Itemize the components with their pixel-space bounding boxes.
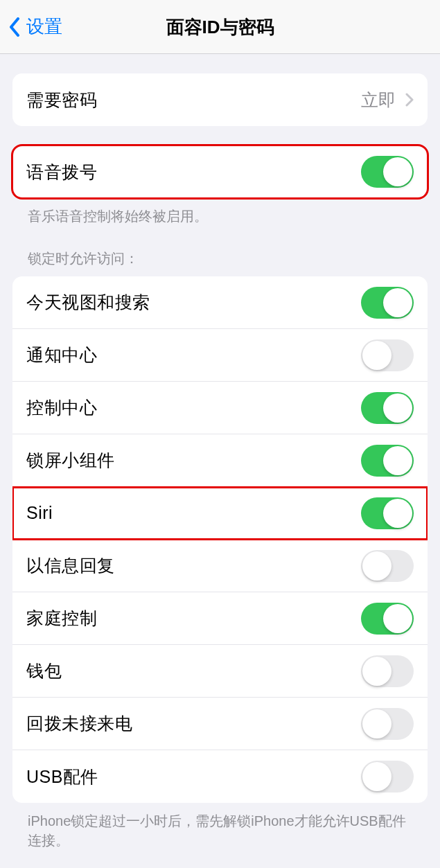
passcode-group: 需要密码 立即 bbox=[12, 73, 428, 126]
lock-access-toggle[interactable] bbox=[361, 761, 414, 792]
lock-access-row: USB配件 bbox=[12, 750, 428, 803]
lock-access-label: 锁屏小组件 bbox=[26, 449, 115, 472]
lock-access-label: 通知中心 bbox=[26, 344, 97, 366]
lock-access-row: 控制中心 bbox=[12, 382, 428, 434]
chevron-right-icon bbox=[405, 93, 414, 107]
page-title: 面容ID与密码 bbox=[166, 15, 274, 39]
lock-access-toggle[interactable] bbox=[361, 392, 414, 424]
lock-access-header: 锁定时允许访问： bbox=[12, 226, 428, 272]
lock-access-label: 以信息回复 bbox=[26, 554, 115, 577]
lock-access-row: Siri bbox=[12, 487, 428, 540]
lock-access-toggle[interactable] bbox=[361, 287, 414, 319]
back-label: 设置 bbox=[26, 15, 62, 39]
lock-access-footer: iPhone锁定超过一小时后，需先解锁iPhone才能允许USB配件连接。 bbox=[12, 803, 428, 850]
require-passcode-label: 需要密码 bbox=[26, 89, 97, 112]
voice-dial-toggle[interactable] bbox=[361, 156, 414, 188]
chevron-left-icon bbox=[8, 17, 21, 37]
lock-access-toggle[interactable] bbox=[361, 497, 414, 529]
lock-access-label: 今天视图和搜索 bbox=[26, 291, 150, 314]
lock-access-row: 家庭控制 bbox=[12, 592, 428, 645]
back-button[interactable]: 设置 bbox=[8, 15, 62, 39]
lock-access-toggle[interactable] bbox=[361, 655, 414, 687]
lock-access-label: 回拨未接来电 bbox=[26, 712, 132, 735]
lock-access-toggle[interactable] bbox=[361, 550, 414, 582]
lock-access-label: 控制中心 bbox=[26, 396, 97, 419]
voice-dial-group: 语音拨号 bbox=[12, 145, 428, 198]
require-passcode-row[interactable]: 需要密码 立即 bbox=[12, 73, 428, 126]
lock-access-toggle[interactable] bbox=[361, 708, 414, 740]
lock-access-toggle[interactable] bbox=[361, 339, 414, 371]
nav-header: 设置 面容ID与密码 bbox=[0, 0, 440, 54]
voice-dial-label: 语音拨号 bbox=[26, 161, 97, 184]
lock-access-row: 今天视图和搜索 bbox=[12, 276, 428, 329]
lock-access-label: USB配件 bbox=[26, 765, 98, 788]
lock-access-toggle[interactable] bbox=[361, 445, 414, 477]
voice-dial-footer: 音乐语音控制将始终被启用。 bbox=[12, 198, 428, 226]
lock-access-row: 锁屏小组件 bbox=[12, 434, 428, 487]
lock-access-row: 以信息回复 bbox=[12, 540, 428, 592]
lock-access-row: 回拨未接来电 bbox=[12, 698, 428, 750]
lock-access-label: 家庭控制 bbox=[26, 607, 97, 630]
lock-access-label: 钱包 bbox=[26, 659, 62, 682]
lock-access-label: Siri bbox=[26, 503, 53, 523]
voice-dial-row: 语音拨号 bbox=[12, 145, 428, 198]
lock-access-toggle[interactable] bbox=[361, 603, 414, 635]
lock-access-group: 今天视图和搜索通知中心控制中心锁屏小组件Siri以信息回复家庭控制钱包回拨未接来… bbox=[12, 276, 428, 803]
require-passcode-value: 立即 bbox=[361, 89, 396, 112]
lock-access-row: 钱包 bbox=[12, 645, 428, 698]
lock-access-row: 通知中心 bbox=[12, 329, 428, 382]
